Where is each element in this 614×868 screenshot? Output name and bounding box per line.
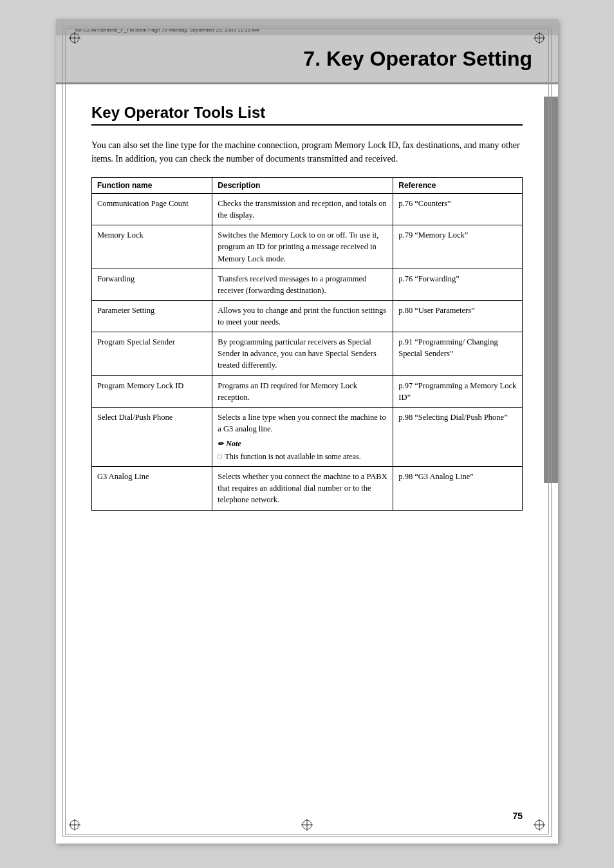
table-row: Communication Page CountChecks the trans… [92, 194, 523, 225]
cell-description: Transfers received messages to a program… [212, 269, 393, 300]
note-label: Note [226, 439, 241, 449]
header-function: Function name [92, 178, 212, 194]
table-row: ForwardingTransfers received messages to… [92, 269, 523, 300]
header-description: Description [212, 178, 393, 194]
cell-description: Selects a line type when you connect the… [212, 407, 393, 466]
note-item-text: This function is not available in some a… [225, 451, 360, 462]
chapter-title: 7. Key Operator Setting [82, 47, 532, 71]
cell-reference: p.98 “G3 Analog Line” [393, 467, 523, 510]
section-title: Key Operator Tools List [91, 104, 523, 126]
cell-function: Parameter Setting [92, 300, 212, 332]
table-row: Select Dial/Push PhoneSelects a line typ… [92, 407, 523, 466]
cell-function: Select Dial/Push Phone [92, 407, 212, 466]
cell-reference: p.76 “Forwarding” [393, 269, 523, 300]
cell-description: Switches the Memory Lock to on or off. T… [212, 225, 393, 269]
table-row: Program Memory Lock IDPrograms an ID req… [92, 375, 523, 407]
reg-mark-top-right [534, 32, 545, 44]
table-row: Memory LockSwitches the Memory Lock to o… [92, 225, 523, 269]
intro-text: You can also set the line type for the m… [91, 138, 523, 165]
table-row: Program Special SenderBy programming par… [92, 332, 523, 375]
cell-description: Programs an ID required for Memory Lock … [212, 375, 393, 407]
side-tab [544, 97, 558, 483]
table-row: Parameter SettingAllows you to change an… [92, 300, 523, 332]
header-reference: Reference [393, 178, 523, 194]
table-row: G3 Analog LineSelects whether you connec… [92, 467, 523, 510]
main-content: Key Operator Tools List You can also set… [56, 84, 558, 549]
cell-description: Allows you to change and print the funct… [212, 300, 393, 332]
reg-mark-bottom-left [69, 819, 80, 831]
note-title: ✏Note [218, 439, 387, 449]
cell-function: Communication Page Count [92, 194, 212, 225]
cell-description: Selects whether you connect the machine … [212, 467, 393, 510]
chapter-title-bar: 7. Key Operator Setting [56, 35, 558, 82]
note-section: ✏Note□This function is not available in … [218, 439, 387, 462]
header-bar: Kir-C2-AFcombine_F_FM.book Page 75 Monda… [56, 19, 558, 84]
page: Kir-C2-AFcombine_F_FM.book Page 75 Monda… [56, 19, 558, 844]
cell-description: Checks the transmission and reception, a… [212, 194, 393, 225]
cell-reference: p.80 “User Parameters” [393, 300, 523, 332]
cell-reference: p.76 “Counters” [393, 194, 523, 225]
page-number: 75 [512, 811, 523, 821]
cell-reference: p.97 “Programming a Memory Lock ID” [393, 375, 523, 407]
cell-reference: p.98 “Selecting Dial/Push Phone” [393, 407, 523, 466]
cell-reference: p.79 “Memory Lock” [393, 225, 523, 269]
table-header-row: Function name Description Reference [92, 178, 523, 194]
note-icon: ✏ [218, 439, 223, 449]
file-info: Kir-C2-AFcombine_F_FM.book Page 75 Monda… [56, 26, 558, 35]
checkbox-symbol: □ [218, 452, 221, 462]
reg-mark-top-left [69, 32, 80, 44]
cell-description: By programming particular receivers as S… [212, 332, 393, 375]
cell-function: Forwarding [92, 269, 212, 300]
cell-function: Memory Lock [92, 225, 212, 269]
note-item: □This function is not available in some … [218, 451, 387, 462]
cell-reference: p.91 “Programming/ Changing Special Send… [393, 332, 523, 375]
tools-table: Function name Description Reference Comm… [91, 177, 523, 511]
cell-function: Program Memory Lock ID [92, 375, 212, 407]
cell-function: G3 Analog Line [92, 467, 212, 510]
reg-mark-bottom-middle [301, 819, 313, 831]
cell-function: Program Special Sender [92, 332, 212, 375]
reg-mark-bottom-right [534, 819, 545, 831]
